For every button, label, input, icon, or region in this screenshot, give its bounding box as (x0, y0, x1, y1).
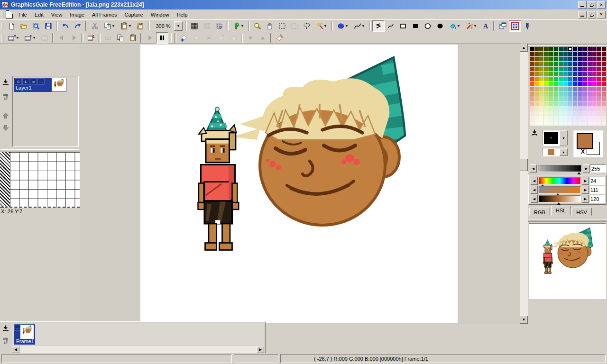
palette-swatch[interactable] (549, 72, 553, 76)
palette-swatch[interactable] (592, 62, 597, 66)
palette-swatch[interactable] (582, 87, 587, 91)
add-frame-button[interactable]: ▼ (5, 32, 22, 44)
ellipse-outline-button[interactable] (422, 20, 434, 32)
dropdown-arrow-icon[interactable]: ▼ (129, 24, 132, 27)
palette-swatch[interactable] (597, 62, 601, 66)
hue-slider-track[interactable] (539, 177, 581, 184)
palette-swatch[interactable] (539, 87, 543, 91)
layer-row[interactable]: ☺Lα… Layer1 (14, 78, 66, 92)
palette-swatch[interactable] (559, 121, 563, 126)
alpha-slider-thumb[interactable] (577, 170, 581, 174)
palette-swatch[interactable] (559, 62, 563, 66)
lightness-slider-track[interactable] (539, 195, 581, 202)
palette-swatch[interactable] (559, 101, 563, 106)
palette-swatch[interactable] (578, 47, 582, 51)
palette-swatch[interactable] (530, 96, 534, 100)
palette-swatch[interactable] (554, 82, 558, 86)
open-folder-button[interactable] (18, 20, 30, 32)
palette-swatch[interactable] (530, 67, 534, 71)
palette-swatch[interactable] (588, 47, 592, 51)
palette-swatch[interactable] (534, 52, 539, 56)
palette-swatch[interactable] (549, 57, 553, 61)
palette-swatch[interactable] (568, 106, 572, 110)
palette-swatch[interactable] (534, 87, 539, 91)
color-tab-rgb[interactable]: RGB (529, 208, 550, 216)
palette-swatch[interactable] (602, 121, 606, 126)
palette-swatch[interactable] (563, 52, 568, 56)
dropdown-arrow-icon[interactable]: ▼ (241, 24, 244, 27)
palette-swatch[interactable] (597, 77, 601, 81)
palette-swatch[interactable] (588, 111, 592, 116)
palette-swatch[interactable] (549, 82, 553, 86)
palette-swatch[interactable] (573, 91, 577, 96)
palette-swatch[interactable] (563, 82, 568, 86)
palette-swatch[interactable] (559, 82, 563, 86)
palette-swatch[interactable] (539, 82, 543, 86)
palette-swatch[interactable] (573, 82, 577, 86)
frame-scroll-left-button[interactable]: ◀ (12, 346, 19, 353)
palette-swatch[interactable] (534, 57, 539, 61)
palette-swatch[interactable] (539, 77, 543, 81)
palette-swatch[interactable] (588, 77, 592, 81)
add-item-button[interactable] (2, 79, 9, 86)
palette-swatch[interactable] (559, 52, 563, 56)
up-big-button[interactable] (2, 112, 9, 119)
palette-swatch[interactable] (588, 72, 592, 76)
palette-swatch[interactable] (539, 101, 543, 106)
add-color-button[interactable] (531, 129, 538, 136)
palette-swatch[interactable] (568, 121, 572, 126)
palette-swatch[interactable] (602, 96, 606, 100)
palette-swatch[interactable] (588, 87, 592, 91)
palette-swatch[interactable] (573, 87, 577, 91)
down-big-button[interactable] (2, 124, 9, 132)
copy-button[interactable]: ▼ (101, 20, 118, 32)
zoom-tool-button[interactable] (251, 20, 264, 32)
palette-swatch[interactable] (544, 72, 548, 76)
palette-swatch[interactable] (578, 116, 582, 120)
menu-file[interactable]: File (15, 10, 31, 19)
palette-swatch[interactable] (534, 91, 539, 96)
zoom-level-dropdown-arrow[interactable]: ▼ (174, 21, 183, 31)
palette-swatch[interactable] (549, 62, 553, 66)
color-tab-hsv[interactable]: HSV (571, 208, 592, 216)
palette-swatch[interactable] (563, 72, 568, 76)
palette-swatch[interactable] (573, 96, 577, 100)
dropdown-arrow-icon[interactable]: ▼ (457, 24, 460, 27)
palette-swatch[interactable] (530, 91, 534, 96)
palette-swatch[interactable] (559, 106, 563, 110)
palette-swatch[interactable] (578, 96, 582, 100)
palette-swatch[interactable] (549, 106, 553, 110)
palette-swatch[interactable] (602, 62, 606, 66)
undo-button[interactable] (59, 20, 72, 32)
palette-swatch[interactable] (530, 111, 534, 116)
palette-swatch[interactable] (549, 116, 553, 120)
rect-outline-button[interactable] (397, 20, 409, 32)
alpha-increment-button[interactable]: ▶ (583, 164, 590, 173)
add-layer-button[interactable] (178, 32, 190, 44)
palette-swatch[interactable] (530, 72, 534, 76)
palette-swatch[interactable] (544, 91, 548, 96)
palette-swatch[interactable] (539, 106, 543, 110)
palette-swatch[interactable] (568, 87, 572, 91)
palette-swatch[interactable] (568, 52, 572, 56)
palette-swatch[interactable] (592, 77, 597, 81)
canvas-vscrollbar[interactable]: ▲ ▼ (520, 44, 528, 324)
hand-tool-button[interactable] (264, 20, 276, 32)
twain-acquire-button[interactable]: ▼ (230, 20, 247, 32)
palette-swatch[interactable] (582, 91, 587, 96)
toolbar-grip[interactable] (1, 34, 3, 42)
dropdown-arrow-icon[interactable]: ▼ (474, 24, 477, 27)
text-button[interactable]: A (479, 20, 492, 32)
palette-swatch[interactable] (573, 116, 577, 120)
palette-swatch[interactable] (544, 47, 548, 51)
palette-swatch[interactable] (544, 116, 548, 120)
palette-swatch[interactable] (549, 77, 553, 81)
foreground-dropdown[interactable]: ▼ (542, 148, 568, 156)
foreground-color-box[interactable] (577, 133, 593, 149)
palette-swatch[interactable] (597, 67, 601, 71)
palette-splitter[interactable] (528, 44, 607, 46)
palette-swatch[interactable] (549, 52, 553, 56)
menu-help[interactable]: Help (173, 10, 192, 19)
layer-properties-button[interactable] (274, 32, 286, 44)
palette-swatch[interactable] (602, 72, 606, 76)
